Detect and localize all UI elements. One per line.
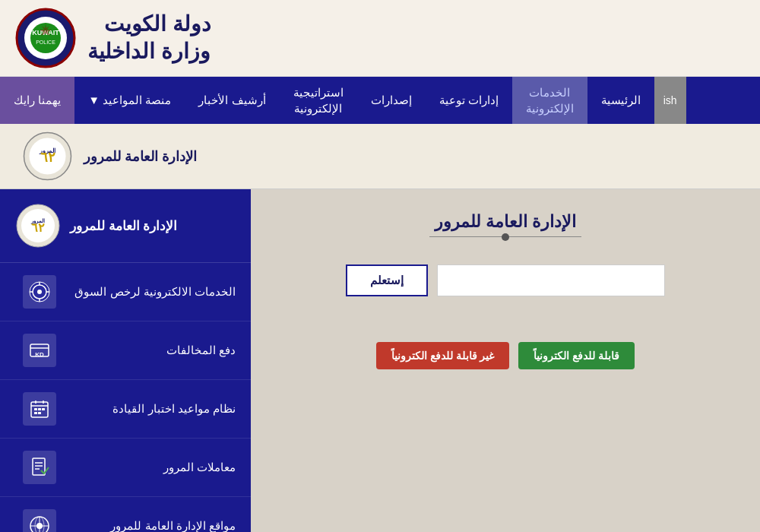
traffic-dept-logo: المرور ٦٢ <box>23 131 72 181</box>
svg-rect-29 <box>38 408 41 410</box>
svg-text:٦٢: ٦٢ <box>40 150 55 165</box>
main-section-title: الإدارة العامة للمرور <box>435 212 576 232</box>
sidebar-item-driving-licenses[interactable]: الخدمات الالكترونية لرخص السوق <box>0 263 251 321</box>
inquiry-button[interactable]: إستعلم <box>346 264 428 296</box>
banner-title: الإدارة العامة للمرور <box>84 148 197 165</box>
title-divider <box>429 236 581 237</box>
nav-item-feedback[interactable]: يهمنا رايك <box>0 77 74 124</box>
svg-point-16 <box>37 290 42 294</box>
sidebar-item-driving-test[interactable]: نظام مواعيد اختبار القيادة <box>0 380 251 439</box>
nav-item-awareness[interactable]: إدارات توعية <box>426 77 512 124</box>
svg-rect-31 <box>34 412 37 414</box>
sidebar-item-pay-violations[interactable]: دفع المخالفات KD <box>0 321 251 380</box>
svg-text:٦٢: ٦٢ <box>31 221 45 234</box>
nav-item-strategy[interactable]: استراتيجية الإلكترونية <box>280 77 357 124</box>
kuwait-police-logo: KUWAIT POLICE <box>15 8 76 68</box>
svg-text:POLICE: POLICE <box>36 40 55 45</box>
sidebar-item-driving-licenses-label: الخدمات الالكترونية لرخص السوق <box>74 285 236 299</box>
header-title-line2: وزارة الداخلية <box>87 38 211 65</box>
language-switcher[interactable]: ish <box>654 77 686 124</box>
nav-item-publications[interactable]: إصدارات <box>357 77 426 124</box>
sidebar-header: الإدارة العامة للمرور المرور ٦٢ <box>0 189 251 263</box>
sidebar-header-text: الإدارة العامة للمرور <box>70 218 177 234</box>
sidebar-item-traffic-transactions-label: معاملات المرور <box>163 461 236 474</box>
sidebar-item-traffic-locations-label: مواقع الإدارة العامة للمرور <box>110 519 236 532</box>
inquiry-form-row: إستعلم <box>274 264 737 296</box>
header-title-line1: دولة الكويت <box>87 11 211 38</box>
sidebar-item-traffic-locations[interactable]: مواقع الإدارة العامة للمرور <box>0 497 251 532</box>
inquiry-input[interactable] <box>437 264 665 296</box>
nav-item-home[interactable]: الرئيسية <box>587 77 654 124</box>
header-logo-block: دولة الكويت وزارة الداخلية KUWAIT POLICE <box>15 8 211 68</box>
nav-item-appointments[interactable]: منصة المواعيد ▼ <box>74 77 185 124</box>
page-header: دولة الكويت وزارة الداخلية KUWAIT POLICE <box>0 0 760 77</box>
location-icon <box>23 509 56 532</box>
section-banner: الإدارة العامة للمرور المرور ٦٢ <box>0 124 760 189</box>
sidebar: الإدارة العامة للمرور المرور ٦٢ الخدمات … <box>0 189 251 532</box>
badge-payable[interactable]: قابلة للدفع الكترونياً <box>518 342 635 369</box>
main-nav: ish الرئيسية الخدمات الإلكترونية إدارات … <box>0 77 760 124</box>
document-icon <box>23 451 56 484</box>
header-titles: دولة الكويت وزارة الداخلية <box>87 11 211 66</box>
sidebar-item-traffic-transactions[interactable]: معاملات المرور <box>0 439 251 497</box>
main-content: الإدارة العامة للمرور إستعلم قابلة للدفع… <box>251 189 760 532</box>
payment-status-badges: قابلة للدفع الكترونياً غير قابلة للدفع ا… <box>376 342 635 369</box>
svg-rect-30 <box>42 408 45 410</box>
content-area: الإدارة العامة للمرور المرور ٦٢ الخدمات … <box>0 189 760 532</box>
calendar-icon <box>23 392 56 426</box>
payment-icon: KD <box>23 334 56 367</box>
license-icon <box>23 275 56 309</box>
sidebar-traffic-logo: المرور ٦٢ <box>15 203 61 249</box>
sidebar-item-pay-violations-label: دفع المخالفات <box>166 344 236 357</box>
badge-not-payable[interactable]: غير قابلة للدفع الكترونياً <box>376 342 510 369</box>
nav-item-services[interactable]: الخدمات الإلكترونية <box>512 77 587 124</box>
svg-rect-32 <box>38 412 41 414</box>
svg-rect-28 <box>34 408 37 410</box>
nav-item-news-archive[interactable]: أرشيف الأخبار <box>185 77 279 124</box>
sidebar-item-driving-test-label: نظام مواعيد اختبار القيادة <box>112 402 236 416</box>
svg-text:KD: KD <box>35 351 44 358</box>
